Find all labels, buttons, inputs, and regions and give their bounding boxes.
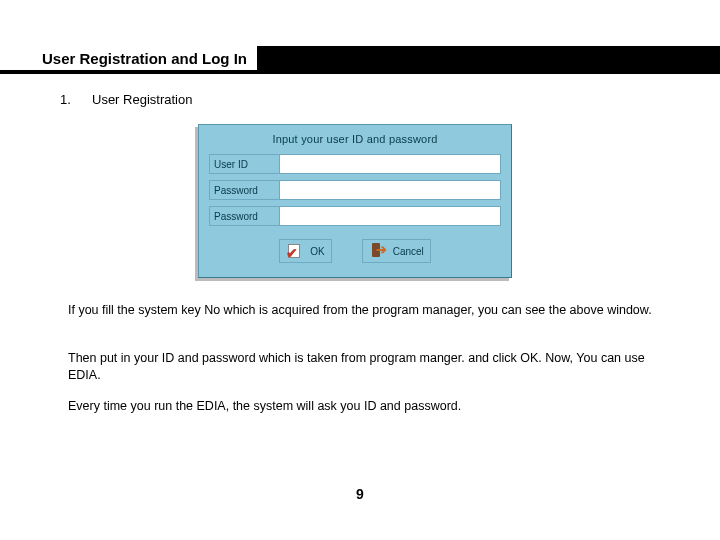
cancel-button[interactable]: Cancel <box>362 239 431 263</box>
ok-button[interactable]: OK <box>279 239 331 263</box>
dialog-caption: Input your user ID and password <box>199 125 511 151</box>
header-band: User Registration and Log In <box>0 46 720 74</box>
exit-door-icon <box>369 242 387 260</box>
row-userid: User ID <box>199 151 511 177</box>
dialog-button-row: OK Cancel <box>199 239 511 263</box>
label-userid: User ID <box>209 154 279 174</box>
ok-button-label: OK <box>310 246 324 257</box>
paragraph-2: Then put in your ID and password which i… <box>68 350 652 384</box>
page-title: User Registration and Log In <box>42 50 247 67</box>
label-password1: Password <box>209 180 279 200</box>
row-password2: Password <box>199 203 511 229</box>
row-password1: Password <box>199 177 511 203</box>
section-number: 1. <box>60 92 71 107</box>
check-document-icon <box>286 242 304 260</box>
login-dialog: Input your user ID and password User ID … <box>198 124 512 278</box>
label-password2: Password <box>209 206 279 226</box>
header-title-wrap: User Registration and Log In <box>0 46 257 70</box>
section-title: User Registration <box>92 92 192 107</box>
input-password1[interactable] <box>279 180 501 200</box>
page-number: 9 <box>0 486 720 502</box>
paragraph-1: If you fill the system key No which is a… <box>68 302 652 319</box>
cancel-button-label: Cancel <box>393 246 424 257</box>
input-userid[interactable] <box>279 154 501 174</box>
paragraph-3: Every time you run the EDIA, the system … <box>68 398 652 415</box>
input-password2[interactable] <box>279 206 501 226</box>
